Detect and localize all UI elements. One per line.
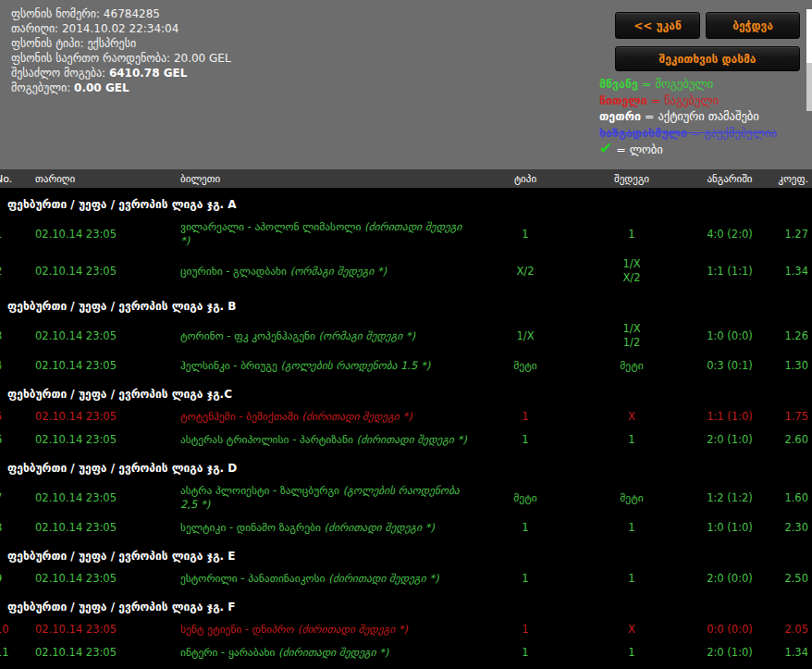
cell-number: 6: [0, 433, 14, 447]
table-row: 302.10.14 23:05ტორინო - ფკ კოპენჰაგენი (…: [0, 317, 812, 354]
cell-date: 02.10.14 23:05: [14, 623, 162, 637]
column-header: ანგარიში: [696, 173, 763, 185]
legend-text: = წაგებული: [647, 93, 720, 107]
row-number: 6: [0, 433, 2, 446]
bet-info-value: ექსპრესი: [87, 37, 136, 50]
cell-result: X: [567, 410, 696, 424]
row-number: 11: [0, 646, 9, 659]
cell-number: 7: [0, 491, 14, 505]
legend-item: თეთრი = აქტიური თამაშები: [599, 108, 777, 125]
cell-coefficient: 1.75: [763, 410, 812, 424]
column-header: No.: [0, 173, 14, 185]
cell-result: 1: [567, 572, 696, 586]
group-header: ფეხბურთი / უეფა / ევროპის ლიგა ჯგ. F: [0, 590, 812, 618]
row-number: 8: [0, 521, 2, 534]
row-number: 5: [0, 410, 2, 423]
group-header: ფეხბურთი / უეფა / ევროპის ლიგა ჯგ. D: [0, 452, 812, 479]
cell-date: 02.10.14 23:05: [14, 228, 162, 242]
cell-score: 2:0 (1:0): [696, 433, 763, 447]
ticket-teams: სელტიკი - დინამო ზაგრები: [180, 521, 325, 534]
cell-ticket: ინტერი - ყარაბახი (ძირითადი შედეგი *): [162, 646, 484, 660]
back-button[interactable]: << უკან: [615, 12, 700, 39]
action-buttons: << უკან ბეჭდვა შეკითხვის დასმა: [615, 12, 800, 71]
cell-number: 8: [0, 521, 14, 535]
cell-number: 11: [0, 646, 14, 660]
bet-info-line: ფსონის ნომერი: 46784285: [11, 6, 231, 21]
cell-type: 1/X: [484, 329, 567, 343]
legend-item: წითელი = წაგებული: [599, 93, 777, 109]
table-row: 402.10.14 23:05ჰელსინკი - ბრიუგე (გოლები…: [0, 354, 812, 378]
cell-ticket: სელტიკი - დინამო ზაგრები (ძირითადი შედეგ…: [162, 521, 484, 535]
group-header: ფეხბურთი / უეფა / ევროპის ლიგა ჯგ.C: [0, 378, 812, 405]
table-row: 902.10.14 23:05ესტორილი - პანათინაიკოსი …: [0, 567, 812, 590]
bet-table: ფეხბურთი / უეფა / ევროპის ლიგა ჯგ. A102.…: [0, 188, 812, 669]
cell-score: 1:1 (1:1): [696, 265, 763, 279]
cell-number: 5: [0, 410, 14, 424]
group-header: ფეხბურთი / უეფა / ევროპის ლიგა ჯგ. A: [0, 188, 812, 216]
row-number: 10: [0, 623, 9, 636]
row-number: 7: [0, 491, 2, 504]
legend-text: = ლობი: [612, 142, 663, 156]
legend-item: ხაზგადასმული = გაუქმებულია: [599, 125, 777, 142]
ticket-market: (ძირითადი შედეგი *): [357, 433, 467, 446]
cell-score: 1:0 (0:0): [696, 329, 763, 343]
cell-number: 9: [0, 572, 14, 586]
cell-result: მეტი: [567, 359, 696, 373]
cell-type: მეტი: [484, 491, 567, 505]
cell-coefficient: 1.34: [763, 265, 812, 279]
cell-number: 1: [0, 228, 14, 242]
bet-info-line: შესაძლო მოგება: 6410.78 GEL: [11, 66, 231, 81]
bet-info-label: ფსონის საერთო რაოდენობა:: [11, 52, 174, 65]
bet-info-label: თარიღი:: [11, 22, 62, 35]
legend-term: მწვანე: [599, 77, 638, 91]
table-row: 1002.10.14 23:05სენტ ეტიენი - დნიპრო (ძი…: [0, 618, 812, 641]
ticket-market: (ძირითადი შედეგი *): [328, 572, 438, 585]
legend-text: = გაუქმებულია: [687, 126, 777, 140]
cell-score: 1:2 (1:2): [696, 491, 763, 505]
table-row: 502.10.14 23:05ტოტენჰემი - ბეშიქთაში (ძი…: [0, 405, 812, 428]
print-button[interactable]: ბეჭდვა: [706, 12, 800, 39]
cell-ticket: ასტერას ტრიპოლისი - პარტიზანი (ძირითადი …: [162, 433, 484, 447]
scrollbar-track[interactable]: [806, 63, 812, 111]
cell-coefficient: 1.34: [763, 646, 812, 660]
ask-question-button[interactable]: შეკითხვის დასმა: [615, 46, 800, 71]
table-row: 602.10.14 23:05ასტერას ტრიპოლისი - პარტი…: [0, 428, 812, 452]
cell-coefficient: 2.60: [763, 433, 812, 447]
legend-text: = აქტიური თამაშები: [641, 109, 759, 123]
cell-date: 02.10.14 23:05: [14, 521, 162, 535]
scrollbar[interactable]: [806, 9, 812, 63]
row-number: 9: [0, 572, 2, 585]
bet-info-value: 20.00 GEL: [174, 52, 231, 65]
cell-number: 2: [0, 265, 14, 279]
legend-term: ხაზგადასმული: [599, 126, 687, 140]
cell-result: X: [567, 623, 696, 637]
ticket-market: (ძირითადი შედეგი *): [278, 646, 388, 659]
cell-type: 1: [484, 228, 567, 242]
cell-type: 1: [484, 572, 567, 586]
cell-date: 02.10.14 23:05: [14, 491, 162, 505]
cell-result: მეტი: [567, 491, 696, 505]
row-number: 1: [0, 228, 2, 241]
table-row: 202.10.14 23:05ციურიხი - გლადბახი (ორმაგ…: [0, 253, 812, 290]
ticket-teams: ინტერი - ყარაბახი: [180, 646, 278, 659]
cell-coefficient: 1.60: [763, 491, 812, 505]
ticket-teams: ასტერას ტრიპოლისი - პარტიზანი: [180, 433, 357, 446]
cell-score: 2:0 (1:0): [696, 646, 763, 660]
cell-date: 02.10.14 23:05: [14, 359, 162, 373]
cell-type: X/2: [484, 265, 567, 279]
cell-ticket: სენტ ეტიენი - დნიპრო (ძირითადი შედეგი *): [162, 623, 484, 637]
cell-coefficient: 2.50: [763, 572, 812, 586]
bet-info-label: ფსონის ნომერი:: [11, 7, 104, 20]
cell-score: 1:0 (1:0): [696, 521, 763, 535]
check-icon: ✔: [599, 139, 612, 157]
ticket-teams: სენტ ეტიენი - დნიპრო: [180, 623, 298, 636]
bet-info-line: მოგებული: 0.00 GEL: [11, 81, 231, 95]
cell-coefficient: 1.27: [763, 228, 812, 242]
cell-result: 1: [567, 228, 696, 242]
cell-ticket: ესტორილი - პანათინაიკოსი (ძირითადი შედეგ…: [162, 572, 484, 586]
cell-score: 1:1 (1:0): [696, 410, 763, 424]
row-number: 3: [0, 329, 2, 342]
bet-info-label: ფსონის ტიპი:: [11, 37, 87, 50]
bet-info-value: 0.00 GEL: [74, 81, 129, 94]
cell-ticket: ასტრა პლოიესტი - ზალცბურგი (გოლების რაოდ…: [162, 484, 484, 512]
